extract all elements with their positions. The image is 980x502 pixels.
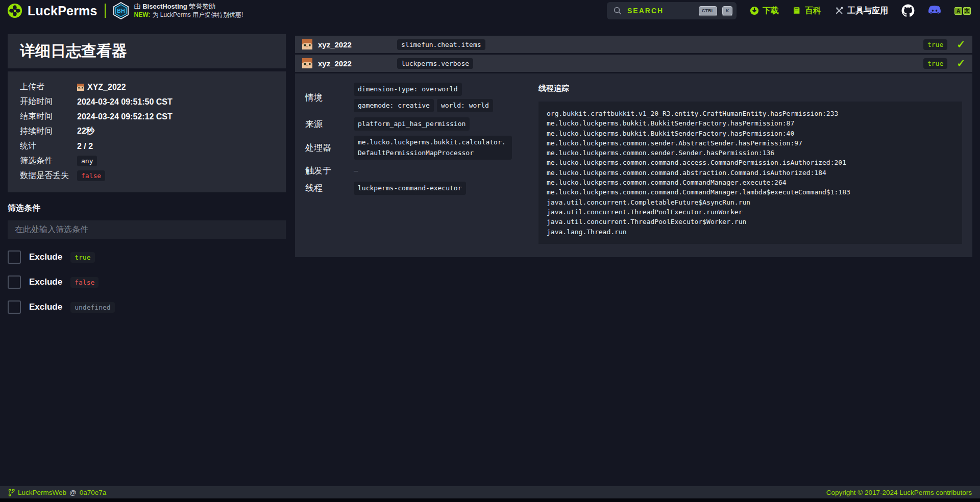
bisecthosting-logo-icon: BH bbox=[113, 2, 129, 19]
meta-row-uploader: 上传者 XYZ_2022 bbox=[20, 80, 274, 94]
book-icon bbox=[792, 6, 801, 15]
trace-heading: 线程追踪 bbox=[538, 84, 962, 93]
footer-separator: @ bbox=[69, 489, 77, 496]
page-title-panel: 详细日志查看器 bbox=[8, 34, 286, 68]
exclude-label: Exclude bbox=[29, 277, 62, 287]
nav-wiki-link[interactable]: 百科 bbox=[792, 6, 821, 16]
detail-fields: 情境 dimension-type: overworld gamemode: c… bbox=[305, 83, 532, 244]
footer-copyright: Copyright © 2017-2024 LuckPerms contribu… bbox=[826, 489, 972, 496]
meta-row-start: 开始时间 2024-03-24 09:51:50 CST bbox=[20, 94, 274, 109]
log-list: xyz_2022 slimefun.cheat.items true ✓ xyz… bbox=[295, 36, 972, 257]
download-icon bbox=[750, 6, 759, 15]
sponsor-line1: 由 BisectHosting 荣誉赞助 bbox=[134, 3, 243, 11]
meta-value-uploader: XYZ_2022 bbox=[77, 83, 126, 92]
meta-value-duration: 22秒 bbox=[77, 126, 94, 137]
player-avatar bbox=[302, 39, 312, 49]
meta-label: 上传者 bbox=[20, 82, 77, 92]
processor-badge: me.lucko.luckperms.bukkit.calculator.Def… bbox=[354, 136, 512, 159]
exclude-false-checkbox[interactable] bbox=[8, 275, 21, 289]
meta-row-filter: 筛选条件 any bbox=[20, 154, 274, 168]
row-result-badge: true bbox=[923, 58, 947, 69]
discord-icon[interactable] bbox=[928, 4, 941, 17]
exclude-true-row[interactable]: Exclude true bbox=[8, 250, 286, 264]
nav-download-link[interactable]: 下载 bbox=[750, 6, 779, 16]
exclude-false-row[interactable]: Exclude false bbox=[8, 275, 286, 289]
meta-label: 筛选条件 bbox=[20, 156, 77, 166]
exclude-undefined-row[interactable]: Exclude undefined bbox=[8, 300, 286, 314]
footer-repo-link[interactable]: LuckPermsWeb @ 0a70e7a bbox=[8, 489, 106, 496]
row-result-badge: true bbox=[923, 39, 947, 50]
trace-line: java.lang.Thread.run bbox=[547, 227, 954, 237]
nav-wiki-label: 百科 bbox=[805, 6, 821, 16]
brand-link[interactable]: LuckPerms bbox=[7, 3, 97, 18]
meta-row-duration: 持续时间 22秒 bbox=[20, 124, 274, 139]
caused-by-dash: — bbox=[354, 166, 358, 174]
filter-input[interactable] bbox=[8, 220, 286, 239]
uploader-avatar bbox=[77, 84, 84, 91]
footer-commit-hash[interactable]: 0a70e7a bbox=[80, 489, 107, 496]
meta-row-end: 结束时间 2024-03-24 09:52:12 CST bbox=[20, 109, 274, 124]
detail-label-processor: 处理器 bbox=[305, 142, 354, 154]
thread-value: luckperms-command-executor bbox=[354, 182, 512, 195]
git-branch-icon bbox=[8, 489, 15, 496]
nav-download-label: 下载 bbox=[763, 6, 779, 16]
context-badges: dimension-type: overworld gamemode: crea… bbox=[354, 83, 512, 112]
trace-line: me.lucko.luckperms.common.sender.Abstrac… bbox=[547, 138, 954, 148]
processor-value: me.lucko.luckperms.bukkit.calculator.Def… bbox=[354, 136, 512, 159]
sidebar: 详细日志查看器 上传者 XYZ_2022 开始时间 2024-03-24 09:… bbox=[8, 34, 286, 314]
translate-icon[interactable]: A 文 bbox=[954, 7, 971, 15]
detail-row-caused-by: 触发于 — bbox=[305, 165, 532, 177]
exclude-false-badge: false bbox=[70, 277, 99, 288]
nav-tools-label: 工具与应用 bbox=[847, 6, 888, 16]
ctrl-keycap: CTRL bbox=[699, 6, 717, 15]
meta-value-count: 2 / 2 bbox=[77, 142, 93, 151]
origin-value: platform_api_has_permission bbox=[354, 117, 512, 131]
sponsor-banner[interactable]: BH 由 BisectHosting 荣誉赞助 NEW:为 LuckPerms … bbox=[113, 2, 243, 19]
meta-value-start: 2024-03-24 09:51:50 CST bbox=[77, 97, 173, 107]
check-icon: ✓ bbox=[957, 38, 965, 51]
detail-row-thread: 线程 luckperms-command-executor bbox=[305, 182, 532, 195]
exclude-label: Exclude bbox=[29, 302, 62, 312]
footer: LuckPermsWeb @ 0a70e7a Copyright © 2017-… bbox=[0, 486, 980, 498]
tools-icon bbox=[835, 6, 844, 15]
trace-line: me.lucko.luckperms.bukkit.BukkitSenderFa… bbox=[547, 129, 954, 138]
translate-wen: 文 bbox=[963, 7, 971, 15]
detail-row-processor: 处理器 me.lucko.luckperms.bukkit.calculator… bbox=[305, 136, 532, 159]
search-input[interactable]: SEARCH CTRL K bbox=[607, 2, 737, 19]
navbar: LuckPerms BH 由 BisectHosting 荣誉赞助 NEW:为 … bbox=[0, 0, 980, 21]
exclude-undefined-checkbox[interactable] bbox=[8, 300, 21, 314]
trace-line: me.lucko.luckperms.common.command.abstra… bbox=[547, 168, 954, 178]
context-badge: world: world bbox=[437, 99, 493, 112]
log-detail-panel: 情境 dimension-type: overworld gamemode: c… bbox=[295, 73, 972, 257]
nav-tools-link[interactable]: 工具与应用 bbox=[835, 6, 888, 16]
log-row-2[interactable]: xyz_2022 luckperms.verbose true ✓ bbox=[295, 55, 972, 72]
exclude-true-checkbox[interactable] bbox=[8, 250, 21, 264]
navbar-right: SEARCH CTRL K 下载 百科 工具与应用 bbox=[607, 2, 971, 19]
footer-repo-name: LuckPermsWeb bbox=[18, 489, 66, 496]
meta-row-truncated: 数据是否丢失 false bbox=[20, 168, 274, 183]
github-icon[interactable] bbox=[901, 4, 915, 17]
thread-badge: luckperms-command-executor bbox=[354, 182, 466, 195]
detail-label-thread: 线程 bbox=[305, 182, 354, 194]
trace-line: java.util.concurrent.ThreadPoolExecutor$… bbox=[547, 217, 954, 227]
trace-section: 线程追踪 org.bukkit.craftbukkit.v1_20_R3.ent… bbox=[538, 83, 962, 244]
row-username: xyz_2022 bbox=[318, 40, 382, 49]
meta-value-end: 2024-03-24 09:52:12 CST bbox=[77, 112, 173, 121]
k-keycap: K bbox=[722, 6, 732, 15]
trace-line: me.lucko.luckperms.common.command.access… bbox=[547, 158, 954, 167]
detail-label-origin: 来源 bbox=[305, 118, 354, 130]
trace-line: me.lucko.luckperms.common.sender.Sender.… bbox=[547, 148, 954, 158]
trace-box: org.bukkit.craftbukkit.v1_20_R3.entity.C… bbox=[538, 102, 962, 244]
divider bbox=[105, 4, 106, 18]
sponsor-text: 由 BisectHosting 荣誉赞助 NEW:为 LuckPerms 用户提… bbox=[134, 3, 243, 18]
sponsor-line2: NEW:为 LuckPerms 用户提供特别优惠! bbox=[134, 11, 243, 19]
navbar-left: LuckPerms BH 由 BisectHosting 荣誉赞助 NEW:为 … bbox=[7, 2, 243, 19]
filter-mode-badge: any bbox=[77, 156, 97, 166]
detail-row-context: 情境 dimension-type: overworld gamemode: c… bbox=[305, 83, 532, 112]
meta-label: 数据是否丢失 bbox=[20, 170, 77, 181]
log-row-1[interactable]: xyz_2022 slimefun.cheat.items true ✓ bbox=[295, 36, 972, 53]
luckperms-logo-icon bbox=[7, 3, 22, 18]
svg-text:BH: BH bbox=[117, 8, 125, 14]
translate-a: A bbox=[954, 7, 962, 15]
context-badge: dimension-type: overworld bbox=[354, 83, 462, 96]
